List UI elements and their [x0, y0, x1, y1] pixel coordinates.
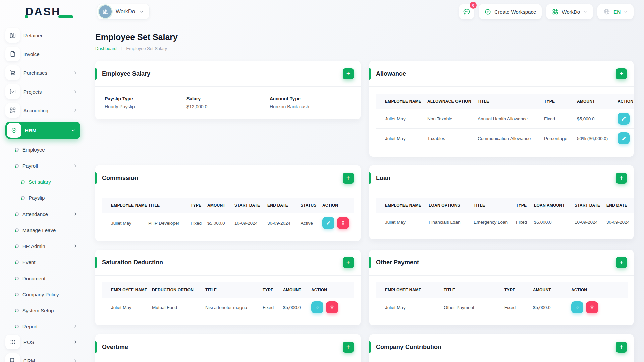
delete-button[interactable]	[586, 301, 598, 313]
sidebar-item-label: HRM	[25, 128, 36, 133]
building-icon	[99, 5, 112, 18]
trash-icon	[589, 305, 595, 310]
table-row: Juliet MayPHP DeveloperFixed$5,000.010-0…	[102, 213, 354, 233]
card-title: Saturation Deduction	[102, 259, 163, 266]
sidebar-item-invoice[interactable]: Invoice	[5, 47, 80, 61]
delete-button[interactable]	[326, 301, 338, 313]
table-row: Juliet MayFinancials LoanEmergency LoanF…	[376, 213, 634, 231]
column-header-deduction-option: DEDUCTION OPTION	[147, 282, 201, 298]
invoice-icon	[5, 47, 20, 61]
column-header-amount: AMOUNT	[203, 198, 230, 213]
pencil-icon	[621, 116, 627, 122]
sidebar-item-pos[interactable]: POS	[5, 335, 80, 349]
bullet-icon	[21, 196, 25, 200]
main-content: Employee Set Salary Dashboard Employee S…	[95, 23, 634, 362]
language-button[interactable]: EN	[597, 4, 634, 19]
messages-button[interactable]: 0	[459, 4, 474, 19]
breadcrumb-dashboard-link[interactable]: Dashboard	[95, 46, 117, 51]
table-header-row: EMPLOYEE NAMEALLOWNACE OPTIONTITLETYPEAM…	[376, 94, 634, 109]
sidebar-item-manage-leave[interactable]: Manage Leave	[0, 222, 86, 238]
sidebar-item-label: Document	[22, 276, 45, 281]
sidebar-item-projects[interactable]: Projects	[5, 84, 80, 99]
sidebar-item-label: Payroll	[22, 163, 38, 169]
table-cell: 50% ($6,000.0)	[572, 129, 613, 148]
plus-icon: +	[346, 259, 351, 266]
pencil-icon	[315, 305, 320, 310]
sidebar-item-system-setup[interactable]: System Setup	[0, 302, 86, 318]
bullet-icon	[15, 212, 19, 216]
delete-button[interactable]	[337, 217, 349, 229]
sidebar-item-label: Retainer	[23, 33, 43, 38]
add-other-payment-button[interactable]: +	[616, 257, 627, 268]
table-header-row: EMPLOYEE NAMETITLETYPEAMOUNTACTION	[376, 282, 628, 298]
edit-button[interactable]	[311, 301, 323, 313]
column-header-type: TYPE	[511, 198, 529, 213]
card-employee-salary: Employee Salary + Payslip Type Hourly Pa…	[95, 61, 361, 119]
sidebar-item-label: Accounting	[23, 108, 48, 113]
sidebar-item-set-salary[interactable]: Set salary	[0, 174, 86, 190]
add-company-contribution-button[interactable]: +	[616, 342, 627, 353]
chevron-right-icon	[73, 324, 78, 329]
sidebar-item-label: Report	[22, 324, 38, 329]
sidebar-item-label: Company Policy	[22, 292, 59, 297]
accent-bar	[369, 68, 371, 80]
edit-button[interactable]	[322, 217, 334, 229]
table-cell: Percentage	[539, 129, 572, 148]
column-header-employee-name: EMPLOYEE NAME	[376, 94, 423, 109]
sidebar-item-purchases[interactable]: Purchases	[5, 65, 80, 80]
add-loan-button[interactable]: +	[616, 173, 627, 184]
sidebar-item-hr-admin[interactable]: HR Admin	[0, 238, 86, 254]
column-header-amount: AMOUNT	[572, 94, 613, 109]
allowance-table: EMPLOYEE NAMEALLOWNACE OPTIONTITLETYPEAM…	[376, 94, 634, 148]
messages-count-badge: 0	[470, 2, 477, 9]
table-cell: $5,000.0	[203, 213, 230, 233]
sidebar-item-document[interactable]: Document	[0, 270, 86, 286]
add-allowance-button[interactable]: +	[616, 68, 627, 79]
column-header-action: ACTION	[318, 198, 354, 213]
add-commission-button[interactable]: +	[343, 173, 354, 184]
card-title: Employee Salary	[102, 70, 150, 77]
column-header-start-date: START DATE	[230, 198, 263, 213]
column-header-title: TITLE	[144, 198, 186, 213]
pos-icon	[5, 335, 20, 349]
sidebar-item-company-policy[interactable]: Company Policy	[0, 286, 86, 302]
accent-bar	[95, 172, 97, 184]
sidebar-item-report[interactable]: Report	[0, 318, 86, 335]
sidebar-item-attendance[interactable]: Attendance	[0, 206, 86, 222]
sidebar-item-payroll[interactable]: Payroll	[0, 158, 86, 174]
create-workspace-button[interactable]: Create Workspace	[479, 4, 542, 19]
add-saturation-deduction-button[interactable]: +	[343, 257, 354, 268]
table-cell: 10-09-2024	[230, 213, 263, 233]
table-cell: Other Payment	[439, 298, 500, 317]
edit-button[interactable]	[618, 113, 630, 125]
table-cell: Juliet May	[102, 298, 147, 317]
column-header-employee-name: EMPLOYEE NAME	[102, 198, 144, 213]
card-title: Other Payment	[376, 259, 419, 266]
plus-icon: +	[346, 70, 351, 77]
bullet-icon	[15, 148, 19, 152]
edit-button[interactable]	[571, 301, 583, 313]
column-header-status: STATUS	[296, 198, 318, 213]
sidebar-item-label: Employee	[22, 147, 45, 153]
app-switcher-button[interactable]: WorkDo	[546, 4, 593, 19]
workspace-switcher[interactable]: WorkDo	[97, 4, 150, 20]
sidebar-item-accounting[interactable]: Accounting	[5, 103, 80, 118]
plus-icon: +	[620, 70, 624, 77]
sidebar-item-retainer[interactable]: Retainer	[5, 28, 80, 43]
table-header-row: EMPLOYEE NAMETITLETYPEAMOUNTSTART DATEEN…	[102, 198, 354, 213]
chevron-down-icon	[71, 128, 76, 133]
bullet-icon	[15, 244, 19, 248]
column-header-end-date: END DATE	[263, 198, 296, 213]
sidebar-item-hrm[interactable]: HRM	[5, 122, 80, 139]
sidebar-item-event[interactable]: Event	[0, 254, 86, 270]
sidebar-item-payslip[interactable]: Payslip	[0, 190, 86, 206]
add-overtime-button[interactable]: +	[343, 342, 354, 353]
edit-button[interactable]	[618, 132, 630, 144]
sidebar-item-employee[interactable]: Employee	[0, 141, 86, 158]
action-cell	[307, 298, 354, 317]
sidebar-item-crm[interactable]: CRM	[5, 353, 80, 362]
bullet-icon	[15, 260, 19, 264]
cart-icon	[5, 65, 20, 80]
add-employee-salary-button[interactable]: +	[343, 68, 354, 79]
plus-icon: +	[620, 259, 624, 266]
